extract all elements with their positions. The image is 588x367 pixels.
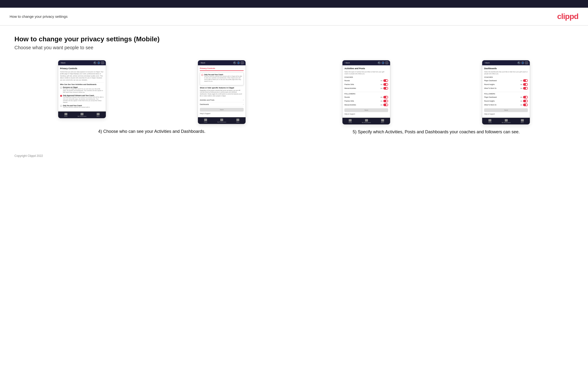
coaches-label-3: COACHES: [344, 76, 388, 78]
dropdown-box[interactable]: Only You and Your Coach Only you and the…: [200, 72, 244, 85]
search-icon-4[interactable]: 🔍: [518, 61, 520, 64]
profile-icon-4[interactable]: 👤: [521, 61, 524, 64]
toggle-roundinsights-followers-switch[interactable]: [523, 100, 528, 102]
toggle-whattowork-followers: What To Work On ON: [484, 103, 528, 107]
phone-mockup-3: ‹ Back 🔍 👤 ⚙ Activities and Posts Select…: [342, 60, 390, 125]
nav-menu-1[interactable]: Menu: [97, 113, 100, 117]
option-everyone[interactable]: Everyone on Clippd Everyone on Clippd ca…: [60, 86, 104, 93]
screen1-back[interactable]: ‹ Back: [60, 62, 66, 64]
help-support-3[interactable]: Help & Support: [344, 112, 388, 116]
toggle-manual-coaches-switch[interactable]: [383, 87, 388, 90]
screen4-icons: 🔍 👤 ⚙: [518, 61, 528, 64]
toggle-drills-followers-switch[interactable]: [383, 100, 388, 102]
settings-icon[interactable]: ⚙: [101, 61, 104, 64]
home-icon-1: [64, 113, 67, 115]
option-approved-desc: Only approved followers and coaches you …: [63, 96, 104, 103]
radio-coach-only[interactable]: [60, 105, 62, 107]
radio-approved[interactable]: [60, 95, 62, 97]
perf-icon-4: [505, 119, 508, 122]
toggle-playerdash-followers-switch[interactable]: [523, 96, 528, 99]
nav-perf-4[interactable]: My Performance: [502, 119, 510, 123]
coaches-section-4: COACHES Player Dashboard ON Round: [484, 76, 528, 90]
screen3-icons: 🔍 👤 ⚙: [378, 61, 388, 64]
screen2-tab-label[interactable]: Privacy Controls: [200, 67, 215, 69]
page-heading: How to change your privacy settings (Mob…: [14, 35, 574, 43]
toggle-rounds-followers-switch[interactable]: [383, 96, 388, 99]
followers-label-3: FOLLOWERS: [344, 93, 388, 95]
screenshots-outer-grid: ‹ Back 🔍 👤 ⚙ Privacy Controls Control ho…: [14, 60, 574, 135]
profile-icon[interactable]: 👤: [97, 61, 100, 64]
caption-5: 5) Specify which Activities, Posts and D…: [353, 129, 520, 134]
search-icon[interactable]: 🔍: [94, 61, 96, 64]
logo: clippd: [557, 12, 578, 21]
nav-home-1[interactable]: Home: [64, 113, 67, 117]
save-btn-4[interactable]: Save: [484, 108, 528, 112]
search-icon-2[interactable]: 🔍: [233, 61, 236, 64]
nav-menu-4[interactable]: Menu: [521, 119, 524, 123]
top-bar: [0, 0, 588, 8]
screens-1-2-grid: ‹ Back 🔍 👤 ⚙ Privacy Controls Control ho…: [14, 60, 289, 124]
profile-icon-3[interactable]: 👤: [382, 61, 384, 64]
screen1-title: Privacy Controls: [60, 67, 104, 70]
activities-posts-row[interactable]: Activities and Posts ›: [200, 98, 244, 102]
coaches-section-3: COACHES Rounds ON Practice Drills: [344, 76, 388, 90]
settings-icon-2[interactable]: ⚙: [241, 61, 244, 64]
nav-home-2[interactable]: Home: [204, 119, 207, 123]
help-support-4[interactable]: Help & Support: [484, 112, 528, 116]
toggle-whattowork-coaches-switch[interactable]: [523, 87, 528, 90]
chevron-activities: ›: [243, 99, 244, 101]
menu-icon-3: [381, 119, 384, 122]
settings-icon-3[interactable]: ⚙: [386, 61, 388, 64]
help-support-2[interactable]: Help & Support: [200, 111, 244, 115]
option-approved-label: Only Approved Followers and Your Coach: [63, 95, 104, 96]
screen4-bottom-nav: Home My Performance Menu: [482, 118, 530, 125]
chevron-dashboards: ›: [243, 103, 244, 105]
screen3-back[interactable]: ‹ Back: [344, 62, 350, 64]
screen4-topbar: ‹ Back 🔍 👤 ⚙: [482, 60, 530, 65]
nav-menu-3[interactable]: Menu: [381, 119, 384, 123]
home-icon-3: [349, 119, 352, 122]
settings-icon-4[interactable]: ⚙: [525, 61, 528, 64]
screen4-wrapper: ‹ Back 🔍 👤 ⚙ Dashboards Select the dashb…: [439, 60, 574, 125]
screen3-wrapper: ‹ Back 🔍 👤 ⚙ Activities and Posts Select…: [299, 60, 434, 125]
screens-3-4-grid: ‹ Back 🔍 👤 ⚙ Activities and Posts Select…: [299, 60, 574, 125]
dropdown-desc: Only you and the coaches you connect wit…: [204, 75, 242, 82]
nav-menu-2[interactable]: Menu: [236, 119, 240, 123]
toggle-roundinsights-coaches-switch[interactable]: [523, 83, 528, 86]
toggle-drills-followers: Practice Drills ON: [344, 99, 388, 103]
option-approved[interactable]: Only Approved Followers and Your Coach O…: [60, 95, 104, 103]
screen1-bottom-nav: Home My Performance Menu: [58, 111, 106, 118]
nav-perf-3[interactable]: My Performance: [362, 119, 371, 123]
toggle-rounds-coaches-switch[interactable]: [383, 79, 388, 82]
nav-perf-2[interactable]: My Performance: [217, 119, 226, 123]
search-icon-3[interactable]: 🔍: [378, 61, 380, 64]
profile-icon-2[interactable]: 👤: [237, 61, 240, 64]
show-hide-desc: Regardless of the privacy controls that …: [200, 90, 244, 97]
screen1-wrapper: ‹ Back 🔍 👤 ⚙ Privacy Controls Control ho…: [14, 60, 149, 124]
followers-section-3: FOLLOWERS Rounds ON Practice Drill: [344, 93, 388, 107]
dropdown-radio: [201, 74, 203, 76]
main-content: How to change your privacy settings (Mob…: [0, 26, 588, 149]
perf-icon-1: [81, 113, 83, 115]
option-coach-only[interactable]: Only You and Your Coach Only you and the…: [60, 105, 104, 108]
toggle-playerdash-coaches-switch[interactable]: [523, 79, 528, 82]
toggle-drills-coaches-switch[interactable]: [383, 83, 388, 86]
save-btn-3[interactable]: Save: [344, 108, 388, 112]
toggle-rounds-followers: Rounds ON: [344, 95, 388, 99]
radio-everyone[interactable]: [60, 87, 62, 89]
nav-perf-1[interactable]: My Performance: [78, 113, 86, 117]
screen1-topbar: ‹ Back 🔍 👤 ⚙: [58, 60, 106, 65]
screen2-body: Privacy Controls Only You and Your Coach…: [198, 65, 246, 117]
screen4-back[interactable]: ‹ Back: [484, 62, 490, 64]
screen2-back[interactable]: ‹ Back: [200, 62, 205, 64]
nav-home-4[interactable]: Home: [488, 119, 492, 123]
screen4-body: Dashboards Select the dashboards that yo…: [482, 65, 530, 118]
screen1-icons: 🔍 👤 ⚙: [94, 61, 104, 64]
nav-home-3[interactable]: Home: [348, 119, 352, 123]
toggle-manual-followers-switch[interactable]: [383, 103, 388, 106]
toggle-whattowork-followers-switch[interactable]: [523, 103, 528, 106]
screen1-body: Privacy Controls Control how you and you…: [58, 65, 106, 111]
save-btn-2[interactable]: Save: [200, 108, 244, 111]
screen1-desc: Control how you and your data appears to…: [60, 71, 104, 81]
dashboards-row[interactable]: Dashboards ›: [200, 102, 244, 107]
